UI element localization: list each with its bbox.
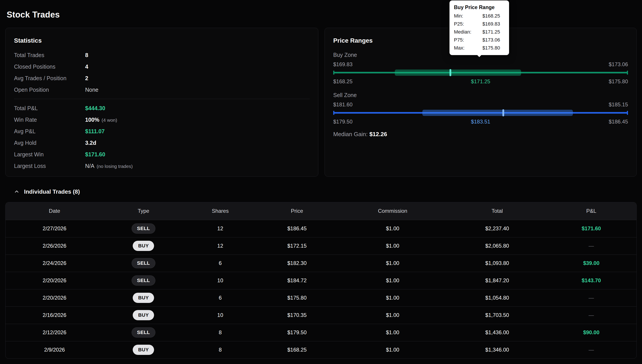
- trade-price: $175.80: [257, 289, 337, 306]
- buy-median-tick: [450, 69, 451, 76]
- trade-row: 2/27/2026SELL12$186.45$1.00$2,237.40$171…: [6, 220, 636, 237]
- trade-row: 2/20/2026SELL10$184.72$1.00$1,847.20$143…: [6, 272, 636, 289]
- trade-total: $1,436.00: [448, 324, 546, 341]
- trade-commission: $1.00: [337, 237, 448, 254]
- trade-price: $186.45: [257, 220, 337, 237]
- stat-label: Avg P&L: [14, 128, 85, 134]
- stat-value: N/A(no losing trades): [85, 163, 133, 169]
- summary-panels: Statistics Total Trades8Closed Positions…: [5, 28, 637, 176]
- trade-type: BUY: [103, 306, 183, 324]
- sell-max-tick: [627, 111, 628, 115]
- trade-date: 2/12/2026: [6, 324, 103, 341]
- trade-type: SELL: [103, 220, 183, 237]
- stat-label: Avg Trades / Position: [14, 75, 85, 82]
- trade-type: BUY: [103, 237, 183, 254]
- trade-pnl: $90.00: [546, 324, 636, 341]
- column-header: Type: [103, 202, 183, 220]
- trade-price: $182.30: [257, 254, 337, 272]
- trade-price: $168.25: [257, 341, 337, 358]
- trade-type-badge: SELL: [132, 258, 155, 268]
- trade-commission: $1.00: [337, 289, 448, 306]
- trade-date: 2/27/2026: [6, 220, 103, 237]
- trade-total: $1,093.80: [448, 254, 546, 272]
- tooltip-row: Max:$175.80: [454, 44, 505, 52]
- column-header: Date: [6, 202, 103, 220]
- sell-max-label: $186.45: [609, 118, 628, 125]
- trade-pnl: $143.70: [546, 272, 636, 289]
- trade-total: $1,847.20: [448, 272, 546, 289]
- trade-commission: $1.00: [337, 306, 448, 324]
- stat-label: Total P&L: [14, 105, 85, 112]
- stat-label: Win Rate: [14, 116, 85, 123]
- tooltip-row-value: $175.80: [482, 44, 500, 52]
- sell-median-label: $183.51: [471, 118, 490, 125]
- trade-shares: 12: [184, 220, 257, 237]
- tooltip-row-value: $171.25: [482, 28, 500, 36]
- statistics-divider: [14, 99, 310, 99]
- statistics-group-1: Total Trades8Closed Positions4Avg Trades…: [14, 49, 310, 96]
- sell-zone-boxplot: Sell Zone $181.60 $185.15 $179.50 $183.5…: [333, 92, 628, 125]
- trade-type: BUY: [103, 341, 183, 358]
- trade-type-badge: BUY: [133, 310, 154, 320]
- median-gain: Median Gain:$12.26: [333, 130, 628, 138]
- trade-price: $172.15: [257, 237, 337, 254]
- trade-total: $1,346.00: [448, 341, 546, 358]
- trade-total: $2,065.80: [448, 237, 546, 254]
- trade-total: $2,237.40: [448, 220, 546, 237]
- trade-shares: 8: [184, 324, 257, 341]
- trade-type-badge: SELL: [132, 327, 155, 338]
- trade-pnl: —: [546, 237, 636, 254]
- buy-zone-extent-labels: $168.25 $171.25 $175.80: [333, 78, 628, 84]
- trade-commission: $1.00: [337, 220, 448, 237]
- tooltip-row: Median:$171.25: [454, 28, 505, 36]
- sell-p25-label: $181.60: [333, 102, 353, 108]
- trade-type-badge: BUY: [133, 293, 154, 303]
- buy-min-tick: [333, 70, 334, 74]
- stat-row: Avg Trades / Position2: [14, 72, 310, 84]
- trade-pnl: $171.60: [546, 220, 636, 237]
- trade-row: 2/26/2026BUY12$172.15$1.00$2,065.80—: [6, 237, 636, 254]
- trade-shares: 12: [184, 237, 257, 254]
- trade-type-badge: BUY: [133, 345, 154, 355]
- stock-trades-page: Stock Trades Statistics Total Trades8Clo…: [0, 0, 642, 364]
- median-gain-label: Median Gain:: [333, 131, 368, 138]
- tooltip-row: P75:$173.06: [454, 36, 505, 44]
- buy-p25-label: $169.83: [333, 61, 353, 68]
- buy-zone-track[interactable]: [333, 68, 628, 76]
- buy-zone-quartile-labels: $169.83 $173.06: [333, 61, 628, 68]
- statistics-panel: Statistics Total Trades8Closed Positions…: [5, 28, 318, 176]
- trade-shares: 10: [184, 272, 257, 289]
- column-header: Price: [257, 202, 337, 220]
- trades-table: DateTypeSharesPriceCommissionTotalP&L 2/…: [5, 202, 637, 359]
- trade-shares: 10: [184, 306, 257, 324]
- stat-value: $171.60: [85, 151, 105, 158]
- trade-date: 2/24/2026: [6, 254, 103, 272]
- trades-table-body: 2/27/2026SELL12$186.45$1.00$2,237.40$171…: [6, 220, 636, 358]
- statistics-group-2: Total P&L$444.30Win Rate100%(4 won)Avg P…: [14, 102, 310, 172]
- tooltip-row: Min:$168.25: [454, 12, 505, 20]
- sell-zone-track[interactable]: [333, 109, 628, 117]
- tooltip-row-label: Median:: [454, 28, 482, 36]
- column-header: Commission: [337, 202, 448, 220]
- stat-value: 100%(4 won): [85, 116, 117, 123]
- stat-row: Open PositionNone: [14, 84, 310, 96]
- sell-iqr-box: [422, 110, 573, 116]
- stat-value: 3.2d: [85, 140, 96, 146]
- statistics-title: Statistics: [14, 37, 310, 44]
- tooltip-row-label: Min:: [454, 12, 482, 20]
- stat-label: Largest Win: [14, 151, 85, 158]
- trade-commission: $1.00: [337, 324, 448, 341]
- trade-row: 2/12/2026SELL8$179.50$1.00$1,436.00$90.0…: [6, 324, 636, 341]
- individual-trades-heading: Individual Trades (8): [24, 188, 80, 195]
- stat-label: Avg Hold: [14, 140, 85, 146]
- stat-row: Avg P&L$111.07: [14, 126, 310, 137]
- column-header: Shares: [184, 202, 257, 220]
- trade-shares: 8: [184, 341, 257, 358]
- individual-trades-toggle[interactable]: Individual Trades (8): [5, 188, 637, 195]
- trade-type-badge: SELL: [132, 224, 155, 234]
- stat-value: $444.30: [85, 105, 105, 112]
- tooltip-row-label: Max:: [454, 44, 482, 52]
- sell-min-tick: [333, 111, 334, 115]
- trade-price: $170.35: [257, 306, 337, 324]
- stat-value-suffix: (no losing trades): [97, 164, 133, 169]
